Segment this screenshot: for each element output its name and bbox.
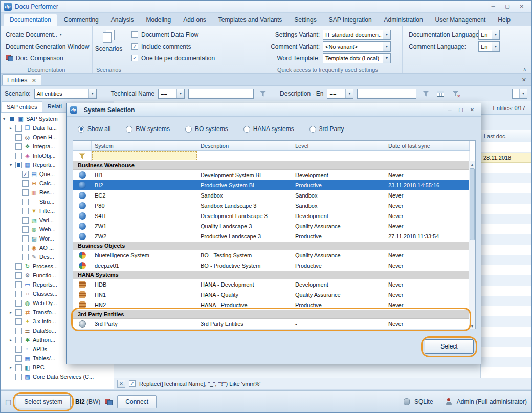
system-row-zw2[interactable]: ZW2Productive Landscape 3Productive27.11… — [73, 231, 470, 242]
ribbon-tab-sap-integration[interactable]: SAP Integration — [323, 14, 378, 26]
apply-filter-button[interactable] — [257, 88, 269, 99]
expand-icon[interactable]: ▸ — [8, 310, 13, 315]
checkbox-icon[interactable] — [22, 171, 29, 178]
sync-column-header[interactable]: Date of last sync — [385, 141, 470, 150]
tab-relations[interactable]: Relati — [43, 101, 66, 112]
system-row-zw1[interactable]: ZW1Quality Landscape 3Quality AssuranceN… — [73, 221, 470, 231]
tab-close-icon[interactable]: ✕ — [32, 78, 36, 83]
description-input[interactable] — [357, 89, 416, 99]
comment-variant-combo[interactable]: <No variant> ▼ — [323, 41, 391, 52]
comment-language-combo[interactable]: En ▼ — [478, 41, 500, 52]
close-icon[interactable]: ✕ — [515, 2, 528, 11]
panel-close-icon[interactable]: ✕ — [522, 77, 526, 83]
checkbox-icon[interactable] — [22, 208, 29, 214]
description-operator-combo[interactable]: == ▼ — [327, 89, 353, 99]
ribbon-tab-help[interactable]: Help — [492, 14, 516, 26]
checkbox-icon[interactable] — [15, 364, 22, 371]
checkbox-icon[interactable] — [15, 328, 22, 334]
filter-active-checkbox[interactable] — [129, 380, 136, 387]
remove-filter-icon[interactable]: ✕ — [117, 380, 125, 388]
checkbox-icon[interactable] — [15, 291, 22, 297]
checkbox-icon[interactable] — [15, 125, 22, 132]
radio-bo-systems[interactable]: BO systems — [185, 125, 228, 133]
system-row-hdb[interactable]: HDBHANA - DevelopmentDevelopmentNever — [73, 279, 470, 290]
last-doc-column-header[interactable]: Last doc. — [481, 130, 531, 142]
description-filter-cell[interactable] — [197, 151, 292, 161]
tree-item-core-data-services-c[interactable]: ▩Core Data Services (C... — [1, 372, 114, 381]
scroll-down-icon[interactable]: ▼ — [469, 323, 475, 329]
checkbox-icon[interactable] — [22, 235, 29, 242]
system-row-hn1[interactable]: HN1HANA - QualityQuality AssuranceNever — [73, 290, 470, 300]
ribbon-tab-settings[interactable]: Settings — [289, 14, 322, 26]
ribbon-tab-analysis[interactable]: Analysis — [105, 14, 140, 26]
connect-button[interactable]: Connect — [117, 395, 157, 408]
checkbox-icon[interactable] — [22, 226, 29, 233]
scrollbar-thumb[interactable] — [470, 168, 475, 240]
apply-description-filter-button[interactable] — [420, 88, 431, 99]
description-column-header[interactable]: Description — [197, 141, 292, 150]
select-button[interactable]: Select — [425, 339, 474, 354]
create-document-button[interactable]: Create Document.. ▾ — [4, 29, 89, 40]
system-row-deepzv01[interactable]: deepzv01BO - Productive SystemProductive… — [73, 260, 470, 271]
scenarios-button[interactable]: Scenarios — [95, 30, 122, 52]
technical-operator-combo[interactable]: == ▼ — [158, 89, 185, 99]
word-template-combo[interactable]: Template.dotx (Local) ▼ — [323, 53, 391, 63]
ribbon-tab-administration[interactable]: Administration — [379, 14, 429, 26]
grid-scrollbar[interactable]: ▲ ▼ — [469, 161, 475, 329]
scroll-up-icon[interactable]: ▲ — [469, 161, 475, 167]
checkbox-icon[interactable] — [15, 263, 22, 270]
maximize-icon[interactable]: ▢ — [501, 2, 514, 11]
checkbox-icon[interactable] — [15, 272, 22, 279]
grid-view-button[interactable] — [435, 88, 446, 99]
checkbox-icon[interactable] — [22, 189, 29, 196]
ribbon-collapse-icon[interactable]: ∧ — [523, 67, 526, 72]
settings-variant-combo[interactable]: IT standard documen.. ▼ — [323, 30, 391, 40]
checkbox-icon[interactable] — [15, 346, 22, 353]
tab-sap-entities[interactable]: SAP entities — [2, 101, 42, 112]
level-filter-cell[interactable] — [292, 151, 385, 161]
checkbox-icon[interactable] — [15, 134, 22, 141]
expand-icon[interactable]: ▸ — [8, 365, 13, 370]
checkbox-one-file-per-documentation[interactable]: One file per documentation — [128, 52, 250, 64]
checkbox-icon[interactable] — [15, 153, 22, 159]
technical-name-input[interactable] — [188, 89, 254, 99]
system-row-bi2[interactable]: BI2Productive System BIProductive23.11.2… — [73, 180, 470, 190]
system-column-header[interactable]: System — [92, 141, 197, 150]
ribbon-tab-add-ons[interactable]: Add-ons — [178, 14, 212, 26]
system-filter-cell[interactable] — [92, 151, 197, 161]
system-row-s4h[interactable]: S4HDevelopment Landscape 3DevelopmentNev… — [73, 211, 470, 221]
checkbox-icon[interactable] — [15, 300, 22, 307]
expand-icon[interactable]: ▸ — [8, 338, 13, 342]
radio-3rd-party[interactable]: 3rd Party — [309, 125, 344, 133]
tab-entities[interactable]: Entities ✕ — [2, 74, 41, 85]
ribbon-tab-user-management[interactable]: User Management — [430, 14, 492, 26]
system-row-3rd-party[interactable]: 3rd Party3rd Party Entities-Never — [73, 319, 470, 329]
checkbox-document-data-flow[interactable]: Document Data Flow — [128, 29, 250, 40]
dialog-close-icon[interactable]: ✕ — [467, 105, 477, 115]
dialog-maximize-icon[interactable]: ▢ — [456, 105, 466, 115]
select-system-button[interactable]: Select system — [16, 395, 71, 408]
expand-icon[interactable]: ▸ — [8, 126, 13, 131]
system-row-bluetelligence-system[interactable]: bluetelligence SystemBO - Testing System… — [73, 250, 470, 260]
checkbox-icon[interactable] — [15, 337, 22, 343]
documentation-language-combo[interactable]: En ▼ — [478, 30, 500, 40]
system-row-hn2[interactable]: HN2HANA - ProductiveProductiveNever — [73, 300, 470, 310]
ribbon-tab-modeling[interactable]: Modeling — [140, 14, 176, 26]
group-row-business-warehouse[interactable]: Business Warehouse — [73, 161, 470, 170]
checkbox-icon[interactable] — [15, 355, 22, 362]
checkbox-icon[interactable] — [9, 116, 15, 122]
checkbox-icon[interactable] — [22, 180, 29, 187]
checkbox-icon[interactable] — [15, 143, 22, 150]
checkbox-icon[interactable] — [15, 374, 22, 380]
radio-bw-systems[interactable]: BW systems — [126, 125, 170, 133]
ribbon-tab-commenting[interactable]: Commenting — [58, 14, 104, 26]
last-doc-value-cell[interactable]: 28.11.2018 — [481, 153, 531, 163]
group-row-hana-systems[interactable]: HANA Systems — [73, 271, 470, 279]
checkbox-icon[interactable] — [22, 217, 29, 224]
checkbox-icon[interactable] — [22, 199, 29, 205]
system-row-p80[interactable]: P80Sandbox Landscape 3SandboxNever — [73, 201, 470, 211]
checkbox-icon[interactable] — [15, 281, 22, 288]
radio-show-all[interactable]: Show all — [78, 125, 110, 133]
system-row-ec2[interactable]: EC2SandboxSandboxNever — [73, 190, 470, 201]
comparison-icon[interactable] — [105, 399, 113, 405]
